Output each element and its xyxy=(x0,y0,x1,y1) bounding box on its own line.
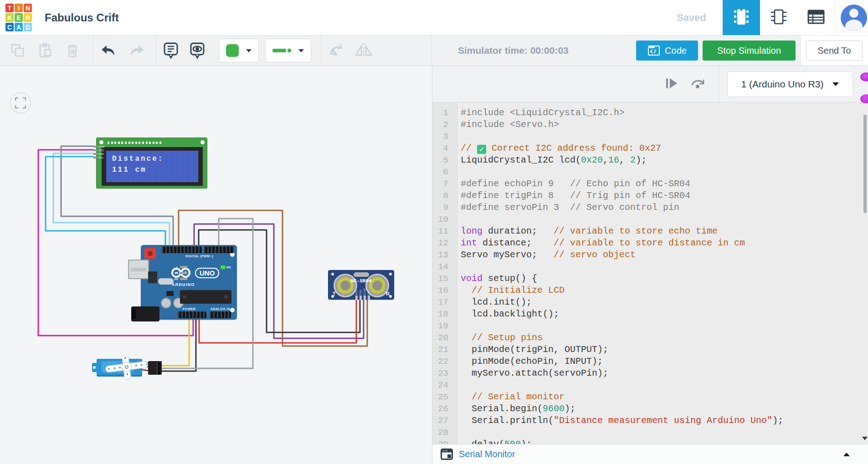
scrollbar-thumb[interactable] xyxy=(863,115,867,213)
color-dropdown[interactable] xyxy=(219,39,259,62)
logo-tile: D xyxy=(24,23,32,31)
zoom-to-fit-button[interactable] xyxy=(10,92,31,113)
sensor-pin-gnd[interactable]: GND xyxy=(367,287,370,300)
line-number: 1 xyxy=(432,107,453,119)
code-line[interactable]: 9#define servoPin 3 // Servo control pin xyxy=(432,202,868,214)
annotation-visibility-button[interactable] xyxy=(186,39,209,62)
paste-button[interactable] xyxy=(34,39,56,62)
notes-button[interactable] xyxy=(159,39,182,62)
code-line[interactable]: 19 xyxy=(432,320,868,332)
redo-button[interactable] xyxy=(125,39,148,62)
arduino-uno-board[interactable]: DIGITAL (PWM~) POWER ANALOG IN UNO ARDUI… xyxy=(141,245,237,320)
line-number: 15 xyxy=(432,273,453,285)
line-number: 14 xyxy=(432,261,453,273)
sensor-label: HC-SR04 xyxy=(329,278,394,284)
code-line[interactable]: 1#include <LiquidCrystal_I2C.h> xyxy=(432,107,868,119)
code-line[interactable]: 16 // Initialize LCD xyxy=(432,285,868,296)
code-line[interactable]: 2#include <Servo.h> xyxy=(432,119,868,131)
component-list-view-button[interactable] xyxy=(797,0,835,35)
wire-servo-power-yellow[interactable] xyxy=(162,318,189,366)
sensor-pin-vcc[interactable]: VCC xyxy=(355,287,358,300)
lcd-pin-gnd[interactable]: GND xyxy=(93,145,104,148)
code-panel-header: 1 (Arduino Uno R3) xyxy=(432,66,868,102)
servo-horn-hub xyxy=(122,362,132,372)
sensor-pins: VCCTRIGECHOGND xyxy=(355,287,370,300)
user-avatar[interactable] xyxy=(841,5,867,31)
code-line[interactable]: 4// ✓ Correct I2C address found: 0x27 xyxy=(432,143,868,154)
code-line[interactable]: 13Servo myServo; // servo object xyxy=(432,249,868,261)
lcd-mount-hole xyxy=(99,140,103,144)
tinkercad-logo[interactable]: TINKERCAD xyxy=(5,4,32,31)
code-line[interactable]: 23 myServo.attach(servoPin); xyxy=(432,367,868,379)
ultrasonic-sensor-hcsr04[interactable]: HC-SR04 VCCTRIGECHOGND T R xyxy=(328,270,394,300)
code-line[interactable]: 18 lcd.backlight(); xyxy=(432,308,868,320)
digital-header-left[interactable] xyxy=(162,246,202,253)
lcd-display[interactable]: Distance: 111 cm GNDVCCSDASCL xyxy=(96,138,207,189)
wire-type-dropdown[interactable] xyxy=(265,39,311,62)
chip-icon xyxy=(732,7,750,29)
code-line[interactable]: 29 delay(500); xyxy=(432,439,868,444)
undo-button[interactable] xyxy=(97,39,120,62)
document-title[interactable]: Fabulous Crift xyxy=(45,11,119,24)
step-button[interactable] xyxy=(665,77,678,92)
code-line[interactable]: 12int distance; // variable to store dis… xyxy=(432,237,868,249)
code-line[interactable]: 10 xyxy=(432,214,868,225)
code-line[interactable]: 22 pinMode(echoPin, INPUT); xyxy=(432,356,868,367)
code-line[interactable]: 6 xyxy=(432,166,868,178)
code-line[interactable]: 24 xyxy=(432,379,868,391)
toolbar: Simulator time: 00:00:03 Code Stop Simul… xyxy=(0,36,868,66)
code-line[interactable]: 20 // Setup pins xyxy=(432,332,868,344)
code-line[interactable]: 7#define echoPin 9 // Echo pin of HC-SR0… xyxy=(432,178,868,190)
sensor-t-label: T xyxy=(333,291,336,296)
flip-icon xyxy=(354,41,374,60)
lcd-pin-vcc[interactable]: VCC xyxy=(93,148,104,152)
step-over-button[interactable] xyxy=(690,77,706,92)
circuit-canvas[interactable]: Distance: 111 cm GNDVCCSDASCL DIGITAL (P… xyxy=(0,66,432,464)
code-line[interactable]: 26 Serial.begin(9600); xyxy=(432,403,868,415)
line-number: 25 xyxy=(432,391,453,403)
digital-header-right[interactable] xyxy=(204,246,234,253)
copy-button[interactable] xyxy=(6,39,29,62)
wire-servo-gnd-black[interactable] xyxy=(162,318,196,371)
schematic-view-button[interactable] xyxy=(760,0,797,35)
delete-button[interactable] xyxy=(61,39,84,62)
code-line[interactable]: 11long duration; // variable to store ec… xyxy=(432,225,868,237)
code-line[interactable]: 27 Serial.println("Distance measurement … xyxy=(432,415,868,427)
code-line[interactable]: 21 pinMode(trigPin, OUTPUT); xyxy=(432,344,868,356)
lcd-pin-sda[interactable]: SDA xyxy=(93,152,104,156)
code-line[interactable]: 8#define trigPin 8 // Trig pin of HC-SR0… xyxy=(432,190,868,202)
code-scrollbar[interactable] xyxy=(863,102,867,444)
sensor-pin-echo[interactable]: ECHO xyxy=(363,287,366,300)
code-line[interactable]: 17 lcd.init(); xyxy=(432,296,868,308)
serial-monitor-bar[interactable]: Serial Monitor xyxy=(432,444,868,464)
line-number: 17 xyxy=(432,296,453,308)
stop-simulation-button[interactable]: Stop Simulation xyxy=(703,41,796,61)
code-line[interactable]: 5LiquidCrystal_I2C lcd(0x20,16, 2); xyxy=(432,154,868,166)
rotate-button[interactable] xyxy=(325,39,348,62)
reset-button[interactable] xyxy=(144,248,156,259)
send-to-button[interactable]: Send To xyxy=(806,41,863,61)
icsp-header xyxy=(166,291,174,296)
crystal-oscillator xyxy=(158,278,174,285)
line-number: 9 xyxy=(432,202,453,214)
mirror-button[interactable] xyxy=(352,39,375,62)
scroll-down-icon[interactable] xyxy=(862,437,868,440)
uno-model-label: UNO xyxy=(195,268,219,278)
board-selector-dropdown[interactable]: 1 (Arduino Uno R3) xyxy=(727,71,853,97)
code-line[interactable]: 15void setup() { xyxy=(432,273,868,285)
code-line[interactable]: 28 xyxy=(432,427,868,439)
servo-connector xyxy=(148,361,162,375)
chevron-up-icon[interactable] xyxy=(843,453,850,456)
power-header[interactable] xyxy=(178,311,206,318)
analog-header[interactable] xyxy=(210,311,231,318)
code-line[interactable]: 25 // Serial monitor xyxy=(432,391,868,403)
undo-icon xyxy=(99,42,118,59)
sensor-pin-trig[interactable]: TRIG xyxy=(359,287,362,300)
micro-servo[interactable] xyxy=(92,353,164,382)
code-line[interactable]: 14 xyxy=(432,261,868,273)
code-line[interactable]: 3 xyxy=(432,131,868,143)
code-editor[interactable]: 1#include <LiquidCrystal_I2C.h>2#include… xyxy=(432,102,868,444)
lcd-pin-scl[interactable]: SCL xyxy=(93,156,104,159)
code-button[interactable]: Code xyxy=(636,41,698,61)
breadboard-view-button[interactable] xyxy=(723,0,760,35)
